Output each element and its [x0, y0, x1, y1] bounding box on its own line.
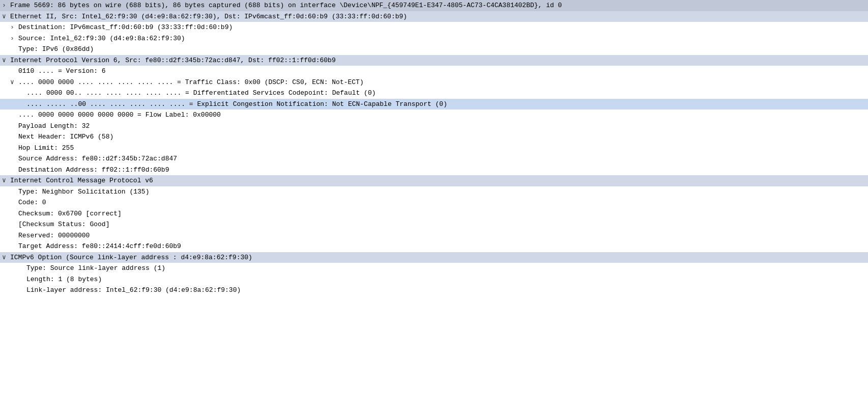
- packet-row-eth-source[interactable]: ›Source: Intel_62:f9:30 (d4:e9:8a:62:f9:…: [0, 33, 868, 44]
- ipv6-dst-text: Destination Address: ff02::1:ff0d:60b9: [18, 165, 169, 175]
- packet-row-icmpv6-type: Type: Neighbor Solicitation (135): [0, 186, 868, 198]
- ipv6-traffic-class-text: .... 0000 0000 .... .... .... .... .... …: [18, 77, 364, 88]
- icmpv6-opt-linklayer-text: Link-layer address: Intel_62:f9:30 (d4:e…: [26, 285, 241, 295]
- frame-header-expand-icon[interactable]: ›: [2, 1, 9, 11]
- icmpv6-type-text: Type: Neighbor Solicitation (135): [18, 187, 149, 197]
- ipv6-traffic-class-expand-icon[interactable]: ∨: [10, 77, 17, 88]
- ipv6-ecn-text: .... ..... ..00 .... .... .... .... ....…: [26, 99, 447, 109]
- packet-row-frame-header[interactable]: ›Frame 5669: 86 bytes on wire (688 bits)…: [0, 0, 868, 11]
- packet-row-icmpv6-header[interactable]: ∨Internet Control Message Protocol v6: [0, 175, 868, 186]
- packet-row-ipv6-traffic-class[interactable]: ∨.... 0000 0000 .... .... .... .... ....…: [0, 77, 868, 88]
- icmpv6-code-text: Code: 0: [18, 198, 46, 208]
- ethernet-header-text: Ethernet II, Src: Intel_62:f9:30 (d4:e9:…: [10, 12, 407, 22]
- icmpv6-target-text: Target Address: fe80::2414:4cff:fe0d:60b…: [18, 241, 181, 252]
- ipv6-src-text: Source Address: fe80::d2f:345b:72ac:d847: [18, 154, 177, 164]
- ipv6-next-header-text: Next Header: ICMPv6 (58): [18, 132, 113, 142]
- packet-row-icmpv6-code: Code: 0: [0, 197, 868, 208]
- packet-row-ipv6-next-header: Next Header: ICMPv6 (58): [0, 131, 868, 143]
- eth-type-text: Type: IPv6 (0x86dd): [18, 44, 94, 54]
- eth-source-text: Source: Intel_62:f9:30 (d4:e9:8a:62:f9:3…: [18, 34, 185, 44]
- packet-row-ipv6-ecn: .... ..... ..00 .... .... .... .... ....…: [0, 99, 868, 110]
- packet-row-ethernet-header[interactable]: ∨Ethernet II, Src: Intel_62:f9:30 (d4:e9…: [0, 11, 868, 22]
- icmpv6-header-expand-icon[interactable]: ∨: [2, 176, 9, 186]
- packet-row-icmpv6-checksum-status: [Checksum Status: Good]: [0, 219, 868, 230]
- packet-row-ipv6-flow-label: .... 0000 0000 0000 0000 0000 = Flow Lab…: [0, 109, 868, 121]
- ipv6-header-expand-icon[interactable]: ∨: [2, 56, 9, 66]
- packet-row-icmpv6-opt-type: Type: Source link-layer address (1): [0, 263, 868, 274]
- packet-row-icmpv6-target: Target Address: fe80::2414:4cff:fe0d:60b…: [0, 241, 868, 252]
- packet-row-icmpv6-option-header[interactable]: ∨ICMPv6 Option (Source link-layer addres…: [0, 252, 868, 263]
- packet-row-icmpv6-opt-length: Length: 1 (8 bytes): [0, 274, 868, 285]
- packet-row-ipv6-dscp: .... 0000 00.. .... .... .... .... .... …: [0, 88, 868, 99]
- icmpv6-option-header-text: ICMPv6 Option (Source link-layer address…: [10, 253, 252, 263]
- ipv6-flow-label-text: .... 0000 0000 0000 0000 0000 = Flow Lab…: [18, 110, 221, 120]
- icmpv6-opt-length-text: Length: 1 (8 bytes): [26, 275, 102, 285]
- packet-row-ipv6-src: Source Address: fe80::d2f:345b:72ac:d847: [0, 153, 868, 165]
- packet-row-eth-destination[interactable]: ›Destination: IPv6mcast_ff:0d:60:b9 (33:…: [0, 22, 868, 33]
- packet-row-icmpv6-reserved: Reserved: 00000000: [0, 230, 868, 241]
- icmpv6-header-text: Internet Control Message Protocol v6: [10, 176, 153, 186]
- eth-destination-expand-icon[interactable]: ›: [10, 22, 17, 33]
- packet-row-ipv6-version: 0110 .... = Version: 6: [0, 66, 868, 77]
- ipv6-version-text: 0110 .... = Version: 6: [18, 66, 106, 76]
- icmpv6-checksum-text: Checksum: 0x6700 [correct]: [18, 209, 122, 219]
- frame-header-text: Frame 5669: 86 bytes on wire (688 bits),…: [10, 1, 562, 11]
- packet-row-ipv6-payload-length: Payload Length: 32: [0, 121, 868, 132]
- ipv6-hop-limit-text: Hop Limit: 255: [18, 143, 74, 153]
- packet-detail-panel: ›Frame 5669: 86 bytes on wire (688 bits)…: [0, 0, 868, 411]
- icmpv6-opt-type-text: Type: Source link-layer address (1): [26, 263, 165, 273]
- eth-source-expand-icon[interactable]: ›: [10, 34, 17, 44]
- icmpv6-checksum-status-text: [Checksum Status: Good]: [18, 220, 109, 230]
- ipv6-header-text: Internet Protocol Version 6, Src: fe80::…: [10, 56, 336, 66]
- ethernet-header-expand-icon[interactable]: ∨: [2, 12, 9, 22]
- packet-row-icmpv6-opt-linklayer: Link-layer address: Intel_62:f9:30 (d4:e…: [0, 285, 868, 296]
- packet-row-icmpv6-checksum: Checksum: 0x6700 [correct]: [0, 208, 868, 220]
- icmpv6-option-header-expand-icon[interactable]: ∨: [2, 253, 9, 263]
- ipv6-dscp-text: .... 0000 00.. .... .... .... .... .... …: [26, 88, 376, 98]
- ipv6-payload-length-text: Payload Length: 32: [18, 121, 90, 131]
- icmpv6-reserved-text: Reserved: 00000000: [18, 231, 90, 241]
- packet-row-ipv6-hop-limit: Hop Limit: 255: [0, 143, 868, 154]
- packet-row-ipv6-header[interactable]: ∨Internet Protocol Version 6, Src: fe80:…: [0, 55, 868, 66]
- eth-destination-text: Destination: IPv6mcast_ff:0d:60:b9 (33:3…: [18, 22, 233, 33]
- packet-row-eth-type: Type: IPv6 (0x86dd): [0, 44, 868, 55]
- packet-row-ipv6-dst: Destination Address: ff02::1:ff0d:60b9: [0, 165, 868, 176]
